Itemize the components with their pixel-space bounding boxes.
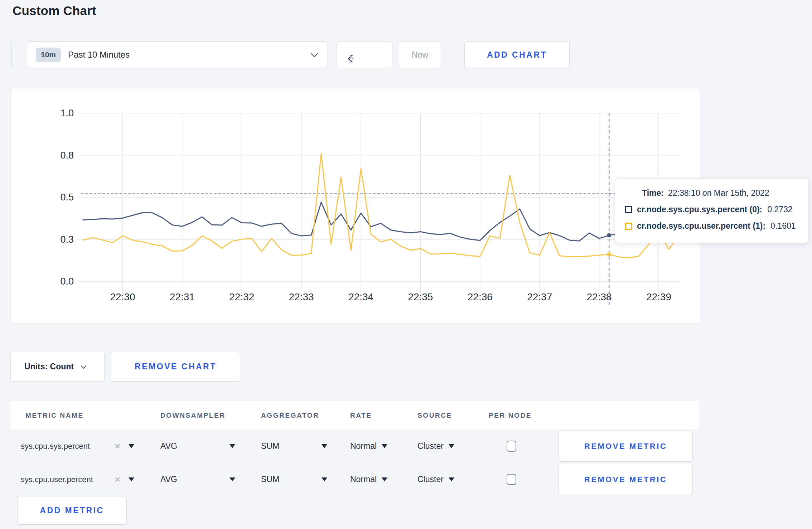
col-header-rate: RATE	[350, 412, 372, 419]
col-header-downsampler: DOWNSAMPLER	[160, 412, 226, 419]
aggregator-value: SUM	[261, 441, 279, 451]
y-tick-label: 0.3	[60, 234, 74, 245]
source-select[interactable]: Cluster	[417, 463, 454, 496]
metric-name-label: sys.cpu.sys.percent	[21, 442, 90, 451]
metric-name-label: sys.cpu.user.percent	[21, 475, 93, 484]
col-header-source: SOURCE	[417, 412, 452, 419]
source-value: Cluster	[417, 441, 444, 451]
table-row: sys.cpu.user.percent × AVG SUM Normal Cl…	[10, 463, 699, 496]
remove-chart-button[interactable]: REMOVE CHART	[111, 352, 240, 382]
next-range-button[interactable]	[337, 42, 364, 75]
remove-metric-label: REMOVE METRIC	[584, 442, 667, 451]
cpu-percent-chart[interactable]: 0.00.30.50.81.022:3022:3122:3222:3322:34…	[11, 88, 700, 323]
tooltip-series-value: 0.2732	[767, 205, 792, 214]
tooltip-time-label: Time:	[642, 188, 664, 198]
series-line-1	[83, 154, 679, 258]
chevron-down-icon	[81, 363, 87, 369]
add-metric-label: ADD METRIC	[40, 506, 104, 515]
col-header-aggregator: AGGREGATOR	[261, 412, 319, 419]
rate-select[interactable]: Normal	[350, 463, 387, 496]
hover-marker-1	[607, 252, 611, 257]
metric-name-select[interactable]: sys.cpu.sys.percent	[21, 429, 90, 463]
page-title: Custom Chart	[13, 4, 96, 18]
source-select[interactable]: Cluster	[417, 429, 454, 463]
tooltip-series-value: 0.1601	[770, 221, 796, 231]
x-tick-label: 22:33	[289, 291, 314, 302]
metrics-table-header: METRIC NAME DOWNSAMPLER AGGREGATOR RATE …	[10, 400, 699, 429]
tooltip-series-row: cr.node.sys.cpu.sys.percent (0): 0.2732	[625, 205, 797, 214]
col-header-per-node: PER NODE	[489, 412, 532, 419]
add-chart-label: ADD CHART	[487, 50, 547, 60]
downsampler-value: AVG	[160, 475, 177, 484]
chart-card: 0.00.30.50.81.022:3022:3122:3222:3322:34…	[10, 88, 700, 324]
x-tick-label: 22:39	[646, 291, 671, 302]
caret-down-icon[interactable]	[129, 429, 134, 463]
caret-down-icon[interactable]	[229, 429, 235, 463]
remove-metric-label: REMOVE METRIC	[584, 475, 667, 484]
rate-select[interactable]: Normal	[350, 429, 387, 463]
now-button-label: Now	[412, 50, 428, 60]
time-range-label: Past 10 Minutes	[68, 50, 130, 60]
table-row: sys.cpu.sys.percent × AVG SUM Normal Clu…	[10, 429, 699, 463]
tooltip-series-row: cr.node.sys.cpu.user.percent (1): 0.1601	[625, 221, 797, 231]
caret-down-icon	[382, 477, 387, 481]
tooltip-time-row: Time:22:38:10 on Mar 15th, 2022	[642, 188, 797, 198]
units-select[interactable]: Units: Count	[10, 352, 105, 382]
tooltip-series-label: cr.node.sys.cpu.sys.percent (0):	[637, 205, 762, 214]
caret-down-icon[interactable]	[229, 463, 235, 496]
chart-tooltip: Time:22:38:10 on Mar 15th, 2022 cr.node.…	[615, 178, 808, 243]
x-tick-label: 22:31	[170, 291, 195, 302]
rate-value: Normal	[350, 441, 377, 451]
aggregator-select[interactable]: SUM	[261, 463, 279, 496]
caret-down-icon	[382, 444, 387, 448]
remove-metric-button[interactable]: REMOVE METRIC	[559, 464, 693, 495]
downsampler-value: AVG	[160, 441, 177, 451]
x-tick-label: 22:35	[408, 291, 433, 302]
downsampler-select[interactable]: AVG	[160, 463, 177, 496]
remove-metric-x-icon[interactable]: ×	[115, 463, 120, 496]
caret-down-icon[interactable]	[322, 463, 327, 496]
custom-chart-page: Custom Chart 10m Past 10 Minutes Now ADD…	[0, 0, 812, 529]
tooltip-time-value: 22:38:10 on Mar 15th, 2022	[668, 188, 769, 198]
y-tick-label: 0.5	[60, 192, 74, 203]
add-chart-button[interactable]: ADD CHART	[464, 42, 570, 68]
series-line-0	[83, 202, 679, 241]
col-header-metric-name: METRIC NAME	[25, 412, 84, 419]
time-range-select[interactable]: 10m Past 10 Minutes	[27, 42, 328, 68]
caret-down-icon	[449, 444, 454, 448]
user-series-swatch-icon	[625, 223, 632, 230]
downsampler-select[interactable]: AVG	[160, 429, 177, 463]
x-tick-label: 22:30	[110, 291, 135, 302]
hover-marker-0	[607, 233, 611, 238]
remove-metric-button[interactable]: REMOVE METRIC	[559, 431, 693, 462]
per-node-checkbox[interactable]	[507, 463, 516, 496]
caret-down-icon[interactable]	[129, 463, 134, 496]
aggregator-select[interactable]: SUM	[261, 429, 279, 463]
chevron-down-icon	[311, 50, 318, 57]
source-value: Cluster	[417, 475, 444, 484]
remove-chart-label: REMOVE CHART	[135, 362, 217, 372]
time-range-pager	[337, 42, 392, 68]
x-tick-label: 22:34	[348, 291, 373, 302]
add-metric-button[interactable]: ADD METRIC	[17, 496, 127, 525]
time-range-badge: 10m	[36, 48, 61, 62]
x-tick-label: 22:32	[229, 291, 254, 302]
y-tick-label: 0.0	[60, 276, 74, 287]
aggregator-value: SUM	[261, 475, 279, 484]
y-tick-label: 0.8	[60, 150, 74, 161]
units-label: Units: Count	[24, 362, 74, 372]
sys-series-swatch-icon	[625, 206, 632, 213]
remove-metric-x-icon[interactable]: ×	[115, 429, 120, 463]
rate-value: Normal	[350, 475, 377, 484]
metric-name-select[interactable]: sys.cpu.user.percent	[21, 463, 93, 496]
per-node-checkbox[interactable]	[507, 429, 516, 463]
tooltip-series-label: cr.node.sys.cpu.user.percent (1):	[637, 221, 765, 231]
x-tick-label: 22:38	[587, 291, 612, 302]
caret-down-icon	[449, 477, 454, 481]
y-tick-label: 1.0	[60, 108, 74, 118]
caret-down-icon[interactable]	[322, 429, 327, 463]
x-tick-label: 22:37	[527, 291, 552, 302]
now-button[interactable]: Now	[399, 42, 441, 68]
chevron-right-icon	[346, 54, 354, 63]
x-tick-label: 22:36	[468, 291, 493, 302]
